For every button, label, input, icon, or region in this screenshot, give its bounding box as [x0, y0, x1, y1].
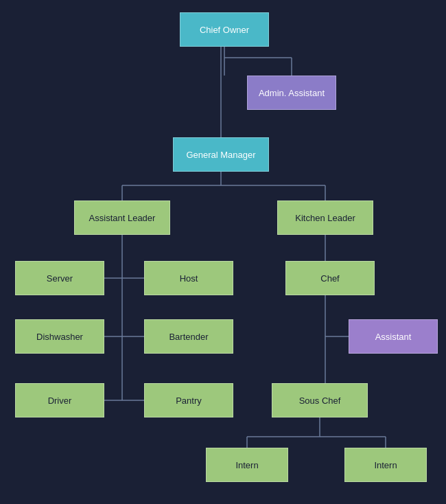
- org-chart: Chief Owner Admin. Assistant General Man…: [0, 0, 446, 504]
- dishwasher-node: Dishwasher: [15, 319, 104, 354]
- chief-owner-node: Chief Owner: [180, 12, 269, 47]
- kitchen-leader-node: Kitchen Leader: [277, 201, 373, 235]
- connector-lines: [0, 0, 446, 504]
- driver-node: Driver: [15, 383, 104, 417]
- general-manager-node: General Manager: [173, 137, 269, 172]
- host-node: Host: [144, 261, 233, 295]
- chef-node: Chef: [285, 261, 375, 295]
- sous-chef-node: Sous Chef: [272, 383, 368, 417]
- server-node: Server: [15, 261, 104, 295]
- intern2-node: Intern: [344, 448, 427, 482]
- intern1-node: Intern: [206, 448, 288, 482]
- pantry-node: Pantry: [144, 383, 233, 417]
- assistant-node: Assistant: [349, 319, 438, 354]
- bartender-node: Bartender: [144, 319, 233, 354]
- assistant-leader-node: Assistant Leader: [74, 201, 170, 235]
- admin-assistant-node: Admin. Assistant: [247, 76, 336, 110]
